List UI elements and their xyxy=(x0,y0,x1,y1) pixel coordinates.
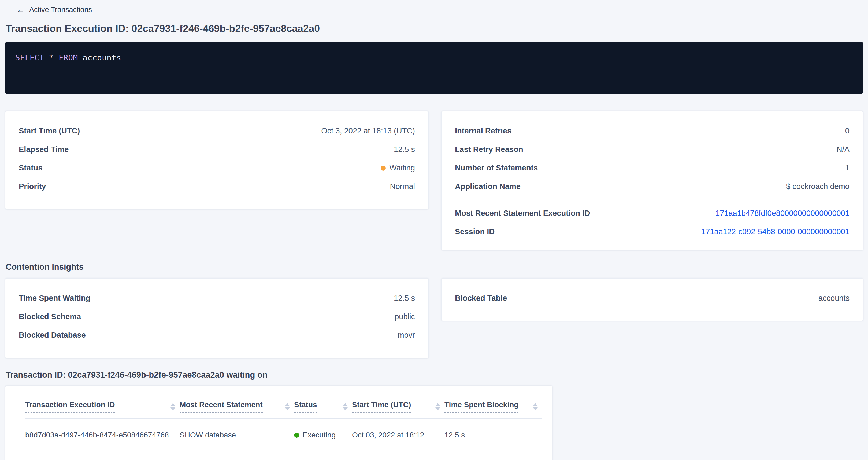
column-header-start-time[interactable]: Start Time (UTC) xyxy=(352,386,444,419)
contention-row-time-spent-waiting: Time Spent Waiting 12.5 s xyxy=(19,294,415,302)
summary-row-application-name: Application Name $ cockroach demo xyxy=(455,182,849,190)
column-header-label: Status xyxy=(294,400,317,413)
contention-row-blocked-database: Blocked Database movr xyxy=(19,331,415,339)
column-header-label: Time Spent Blocking xyxy=(444,400,519,413)
sql-statement: SELECT * FROM accounts xyxy=(15,53,121,62)
card-divider xyxy=(455,201,849,201)
row-value: 0 xyxy=(845,127,849,135)
cell-time-spent-blocking: 12.5 s xyxy=(444,419,542,452)
cell-transaction-execution-id: b8d7d03a-d497-446b-8474-e50846674768 xyxy=(25,419,180,452)
row-value: 1 xyxy=(845,164,849,172)
row-label: Most Recent Statement Execution ID xyxy=(455,209,590,217)
row-label: Blocked Schema xyxy=(19,313,81,320)
row-value: public xyxy=(395,313,415,320)
back-row: ← Active Transactions xyxy=(17,4,863,15)
summary-row-priority: Priority Normal xyxy=(19,182,415,190)
sort-icon[interactable] xyxy=(285,403,290,410)
column-header-label: Transaction Execution ID xyxy=(25,400,115,413)
contention-row-blocked-schema: Blocked Schema public xyxy=(19,313,415,320)
column-header-label: Most Recent Statement xyxy=(180,400,263,413)
contention-card-left: Time Spent Waiting 12.5 s Blocked Schema… xyxy=(5,278,429,359)
column-header-transaction-execution-id[interactable]: Transaction Execution ID xyxy=(25,386,180,419)
back-link-label: Active Transactions xyxy=(29,6,92,14)
row-label: Status xyxy=(19,164,42,172)
row-label: Internal Retries xyxy=(455,127,512,135)
summary-card-right: Internal Retries 0 Last Retry Reason N/A… xyxy=(441,111,863,250)
row-label: Elapsed Time xyxy=(19,145,69,153)
row-value: Normal xyxy=(390,182,415,190)
summary-card-left: Start Time (UTC) Oct 3, 2022 at 18:13 (U… xyxy=(5,111,429,209)
contention-card-right: Blocked Table accounts xyxy=(441,278,863,321)
row-value: 12.5 s xyxy=(394,145,415,153)
row-label: Start Time (UTC) xyxy=(19,127,80,135)
waiting-on-table: Transaction Execution ID Most Recent Sta… xyxy=(25,386,542,453)
sql-keyword-select: SELECT xyxy=(15,53,44,62)
status-text: Executing xyxy=(303,431,336,439)
session-id-link[interactable]: 171aa122-c092-54b8-0000-000000000001 xyxy=(701,227,849,236)
table-header-row: Transaction Execution ID Most Recent Sta… xyxy=(25,386,542,419)
column-header-time-spent-blocking[interactable]: Time Spent Blocking xyxy=(444,386,542,419)
waiting-on-heading: Transaction ID: 02ca7931-f246-469b-b2fe-… xyxy=(6,370,863,380)
waiting-on-table-card: Transaction Execution ID Most Recent Sta… xyxy=(5,386,553,460)
summary-row-session-id: Session ID 171aa122-c092-54b8-0000-00000… xyxy=(455,227,849,236)
summary-row-internal-retries: Internal Retries 0 xyxy=(455,127,849,135)
contention-cards-row: Time Spent Waiting 12.5 s Blocked Schema… xyxy=(5,278,863,359)
row-label: Priority xyxy=(19,182,46,190)
table-row: b8d7d03a-d497-446b-8474-e50846674768 SHO… xyxy=(25,419,542,452)
status-text: Waiting xyxy=(389,163,415,172)
sql-statement-box: SELECT * FROM accounts xyxy=(5,42,863,94)
contention-row-blocked-table: Blocked Table accounts xyxy=(455,294,849,302)
row-label: Time Spent Waiting xyxy=(19,294,90,302)
summary-row-statement-execution-id: Most Recent Statement Execution ID 171aa… xyxy=(455,209,849,217)
sql-star: * xyxy=(49,53,54,62)
row-label: Blocked Table xyxy=(455,294,507,302)
summary-row-number-of-statements: Number of Statements 1 xyxy=(455,164,849,172)
row-value: 12.5 s xyxy=(394,294,415,302)
row-value: $ cockroach demo xyxy=(786,182,849,190)
status-executing-dot-icon xyxy=(294,433,299,438)
column-header-status[interactable]: Status xyxy=(294,386,352,419)
row-label: Last Retry Reason xyxy=(455,145,523,153)
cell-status: Executing xyxy=(294,419,352,452)
back-arrow-icon: ← xyxy=(17,6,25,14)
row-value: movr xyxy=(398,331,415,339)
contention-insights-heading: Contention Insights xyxy=(6,262,863,272)
sort-icon[interactable] xyxy=(533,403,538,410)
summary-row-elapsed-time: Elapsed Time 12.5 s xyxy=(19,145,415,153)
sort-icon[interactable] xyxy=(170,403,175,410)
summary-cards-row: Start Time (UTC) Oct 3, 2022 at 18:13 (U… xyxy=(5,111,863,250)
row-label: Session ID xyxy=(455,227,495,236)
column-header-label: Start Time (UTC) xyxy=(352,400,411,413)
summary-row-status: Status Waiting xyxy=(19,164,415,172)
column-header-most-recent-statement[interactable]: Most Recent Statement xyxy=(180,386,294,419)
sort-icon[interactable] xyxy=(435,403,440,410)
page: ← Active Transactions Transaction Execut… xyxy=(0,0,868,460)
row-label: Application Name xyxy=(455,182,521,190)
row-value: accounts xyxy=(818,294,849,302)
back-link-active-transactions[interactable]: ← Active Transactions xyxy=(17,6,92,14)
statement-execution-id-link[interactable]: 171aa1b478fdf0e80000000000000001 xyxy=(715,209,849,217)
summary-row-last-retry-reason: Last Retry Reason N/A xyxy=(455,145,849,153)
row-label: Number of Statements xyxy=(455,164,538,172)
sql-table-name: accounts xyxy=(83,53,121,62)
row-label: Blocked Database xyxy=(19,331,86,339)
sort-icon[interactable] xyxy=(343,403,348,410)
status-waiting-dot-icon xyxy=(381,166,386,171)
summary-row-start-time: Start Time (UTC) Oct 3, 2022 at 18:13 (U… xyxy=(19,127,415,135)
cell-start-time: Oct 03, 2022 at 18:12 xyxy=(352,419,444,452)
status-badge: Waiting xyxy=(381,164,415,172)
cell-most-recent-statement: SHOW database xyxy=(180,419,294,452)
row-value: N/A xyxy=(837,145,849,153)
sql-keyword-from: FROM xyxy=(59,53,78,62)
page-title: Transaction Execution ID: 02ca7931-f246-… xyxy=(6,23,863,34)
row-value: Oct 3, 2022 at 18:13 (UTC) xyxy=(321,127,415,135)
